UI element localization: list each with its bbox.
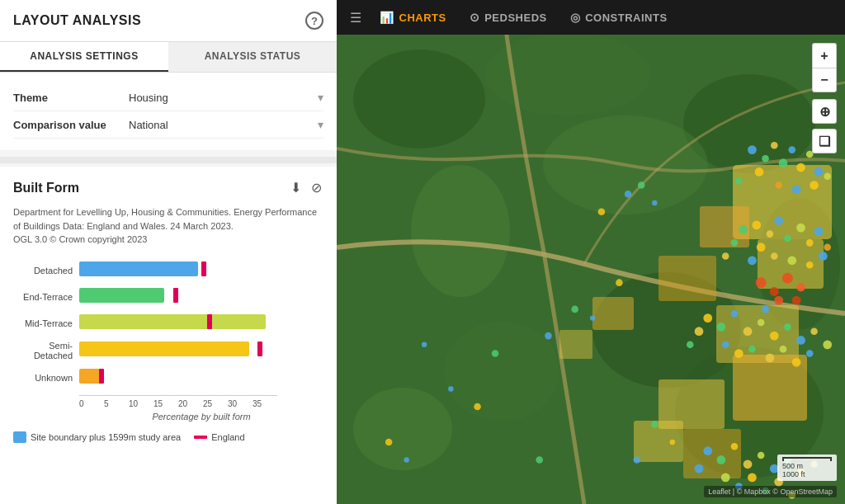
svg-point-40	[784, 235, 791, 243]
chart-header: Built Form ⬇ ⊘	[13, 178, 323, 197]
svg-point-67	[796, 336, 805, 345]
svg-point-96	[638, 181, 645, 189]
comparison-row: Comparison value National ▾	[13, 111, 323, 139]
svg-point-111	[404, 457, 408, 462]
chart-section: Built Form ⬇ ⊘ Department for Levelling …	[0, 167, 337, 504]
nav-tab-pedsheds[interactable]: ⊙ PEDSHEDS	[458, 4, 559, 31]
svg-point-70	[722, 341, 729, 349]
svg-point-47	[748, 256, 757, 265]
bar-england	[99, 369, 104, 384]
nav-tab-constraints[interactable]: ◎ CONSTRAINTS	[559, 4, 679, 31]
svg-point-45	[757, 243, 766, 252]
map-background	[337, 0, 845, 504]
svg-point-53	[756, 277, 767, 288]
svg-point-77	[695, 327, 704, 336]
svg-point-59	[792, 296, 801, 305]
zoom-controls: + −	[812, 43, 837, 92]
svg-point-62	[731, 310, 739, 318]
x-tick: 0	[79, 399, 104, 408]
nav-hamburger[interactable]: ☰	[343, 7, 368, 29]
map-nav: ☰ 📊 CHARTS ⊙ PEDSHEDS ◎ CONSTRAINTS	[337, 0, 845, 35]
legend-site-label: Site boundary plus 1599m study area	[31, 432, 181, 442]
x-axis: 05101520253035	[79, 395, 277, 408]
left-panel: LAYOUT ANALYSIS ? ANALYSIS SETTINGS ANAL…	[0, 0, 337, 504]
svg-point-49	[787, 256, 796, 265]
help-button[interactable]: ?	[305, 12, 323, 30]
svg-point-68	[810, 327, 818, 335]
legend-england-label: England	[211, 432, 244, 442]
svg-point-79	[703, 446, 712, 455]
bar-container	[79, 369, 323, 387]
chart-description: Department for Levelling Up, Housing & C…	[13, 205, 323, 247]
bar-main	[79, 261, 198, 276]
theme-arrow: ▾	[318, 91, 323, 104]
svg-point-105	[634, 456, 641, 464]
svg-point-83	[758, 452, 765, 459]
svg-point-61	[716, 323, 725, 332]
x-tick: 30	[228, 399, 253, 408]
svg-point-76	[806, 350, 814, 357]
x-tick: 35	[253, 399, 277, 408]
svg-point-34	[792, 186, 801, 195]
svg-point-66	[784, 323, 791, 331]
svg-point-95	[625, 191, 632, 198]
bar-main	[79, 369, 101, 384]
svg-point-24	[755, 167, 764, 177]
svg-point-94	[695, 464, 704, 473]
svg-point-101	[616, 279, 623, 286]
svg-point-30	[814, 167, 824, 177]
zoom-in-button[interactable]: +	[812, 43, 837, 68]
chart-bar-row: Semi-Detached	[13, 341, 323, 360]
svg-point-108	[474, 403, 481, 411]
svg-point-25	[771, 142, 778, 149]
x-axis-title: Percentage by built form	[79, 412, 323, 422]
chart-legend: Site boundary plus 1599m study area Engl…	[13, 431, 323, 443]
bar-label: Semi-Detached	[13, 341, 79, 360]
map-controls: + − ⊕ ❑	[812, 43, 837, 153]
tab-analysis-settings[interactable]: ANALYSIS SETTINGS	[0, 42, 168, 72]
map-scale: 500 m 1000 ft	[777, 455, 837, 481]
download-button[interactable]: ⬇	[289, 178, 303, 197]
tab-analysis-status[interactable]: ANALYSIS STATUS	[168, 42, 337, 72]
tabs-row: ANALYSIS SETTINGS ANALYSIS STATUS	[0, 42, 337, 73]
visibility-button[interactable]: ⊘	[309, 178, 323, 197]
svg-point-41	[796, 224, 805, 233]
layers-button[interactable]: ❑	[812, 129, 837, 153]
x-tick: 25	[203, 399, 228, 408]
panel-title: LAYOUT ANALYSIS	[13, 13, 141, 28]
svg-point-54	[770, 287, 779, 296]
svg-point-51	[819, 252, 828, 261]
bar-england	[257, 341, 262, 356]
svg-point-82	[744, 459, 753, 469]
bar-container	[79, 341, 323, 360]
x-tick: 15	[153, 399, 178, 408]
bar-container	[79, 261, 323, 280]
svg-point-60	[703, 313, 712, 323]
x-tick: 10	[129, 399, 153, 408]
nav-tab-charts[interactable]: 📊 CHARTS	[368, 4, 458, 31]
svg-point-32	[810, 181, 819, 190]
map-panel: ☰ 📊 CHARTS ⊙ PEDSHEDS ◎ CONSTRAINTS	[337, 0, 845, 504]
chart-icons: ⬇ ⊘	[289, 178, 323, 197]
svg-point-43	[814, 227, 824, 236]
svg-point-97	[598, 208, 606, 215]
scale-1000ft: 1000 ft	[782, 470, 832, 478]
svg-point-35	[775, 181, 782, 189]
svg-point-28	[796, 163, 805, 172]
svg-point-98	[652, 200, 657, 205]
bar-chart: Detached End-Terrace Mid-Terrace	[13, 258, 323, 408]
chart-bar-row: Detached	[13, 261, 323, 280]
svg-point-107	[448, 386, 453, 391]
svg-point-37	[752, 221, 761, 230]
legend-england-color	[194, 436, 207, 439]
bar-container	[79, 288, 323, 306]
svg-point-74	[780, 346, 787, 353]
nav-tabs: 📊 CHARTS ⊙ PEDSHEDS ◎ CONSTRAINTS	[368, 4, 838, 31]
zoom-out-button[interactable]: −	[812, 68, 837, 92]
svg-point-81	[731, 443, 739, 450]
panel-header: LAYOUT ANALYSIS ?	[0, 0, 337, 42]
locate-button[interactable]: ⊕	[812, 99, 837, 124]
svg-point-52	[722, 252, 729, 260]
chart-bar-row: Unknown	[13, 369, 323, 387]
svg-point-104	[670, 440, 675, 445]
